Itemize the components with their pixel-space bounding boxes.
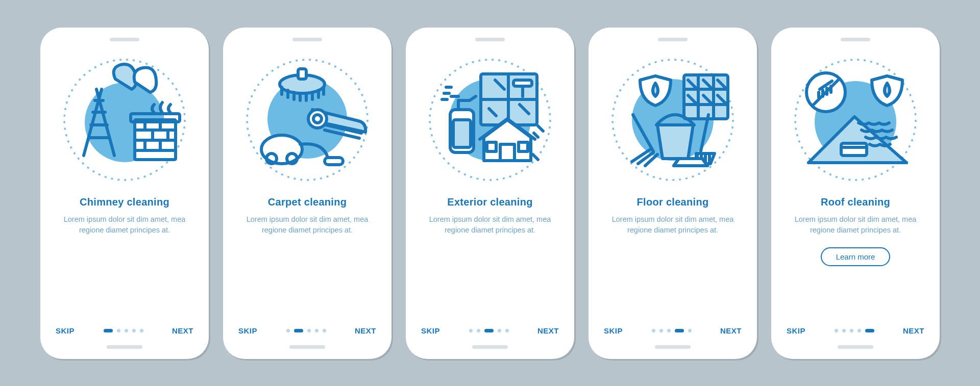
page-dot[interactable] — [850, 329, 853, 332]
page-dots — [835, 329, 874, 332]
next-button[interactable]: NEXT — [172, 326, 193, 335]
page-dot[interactable] — [307, 329, 311, 332]
next-button[interactable]: NEXT — [355, 326, 376, 335]
screen-description: Lorem ipsum dolor sit dim amet, mea regi… — [414, 208, 566, 237]
roof-cleaning-icon — [779, 48, 932, 191]
page-dots — [469, 329, 509, 332]
nav-row: SKIP NEXT — [48, 326, 201, 338]
page-dot[interactable] — [498, 329, 501, 332]
screen-description: Lorem ipsum dolor sit dim amet, mea regi… — [48, 208, 201, 237]
floor-cleaning-icon — [597, 48, 749, 191]
home-indicator — [289, 345, 325, 349]
phone-frame: Roof cleaning Lorem ipsum dolor sit dim … — [771, 28, 940, 359]
page-dot[interactable] — [835, 329, 838, 332]
page-dot[interactable] — [315, 329, 318, 332]
page-dot[interactable] — [286, 329, 290, 332]
speaker-slot — [841, 38, 870, 41]
svg-rect-9 — [298, 69, 306, 79]
page-dot[interactable] — [659, 329, 663, 332]
page-dot[interactable] — [652, 329, 655, 332]
next-button[interactable]: NEXT — [903, 326, 924, 335]
speaker-slot — [292, 38, 322, 41]
home-indicator — [838, 345, 873, 349]
screen-description: Lorem ipsum dolor sit dim amet, mea regi… — [597, 208, 749, 237]
page-dot[interactable] — [294, 329, 303, 332]
page-dots — [104, 329, 143, 332]
phone-frame: Chimney cleaning Lorem ipsum dolor sit d… — [40, 28, 209, 359]
page-dot[interactable] — [477, 329, 480, 332]
home-indicator — [655, 345, 691, 349]
home-indicator — [472, 345, 508, 349]
learn-more-button[interactable]: Learn more — [821, 247, 891, 266]
onboarding-row: Chimney cleaning Lorem ipsum dolor sit d… — [25, 7, 955, 379]
page-dot[interactable] — [125, 329, 128, 332]
next-button[interactable]: NEXT — [537, 326, 559, 335]
page-dot[interactable] — [469, 329, 473, 332]
skip-button[interactable]: SKIP — [604, 326, 623, 335]
svg-point-10 — [308, 110, 327, 128]
skip-button[interactable]: SKIP — [787, 326, 805, 335]
page-dot[interactable] — [104, 329, 113, 332]
screen-description: Lorem ipsum dolor sit dim amet, mea regi… — [231, 208, 383, 237]
page-dot[interactable] — [323, 329, 326, 332]
page-dot[interactable] — [675, 329, 684, 332]
exterior-cleaning-icon — [414, 48, 566, 191]
nav-row: SKIP NEXT — [597, 326, 749, 338]
skip-button[interactable]: SKIP — [238, 326, 257, 335]
page-dots — [286, 329, 326, 332]
carpet-cleaning-icon — [231, 48, 383, 191]
speaker-slot — [110, 38, 139, 41]
nav-row: SKIP NEXT — [231, 326, 383, 338]
page-dot[interactable] — [117, 329, 120, 332]
page-dot[interactable] — [484, 329, 494, 332]
page-dot[interactable] — [140, 329, 143, 332]
screen-title: Carpet cleaning — [231, 196, 383, 208]
page-dots — [652, 329, 692, 332]
skip-button[interactable]: SKIP — [56, 326, 75, 335]
chimney-cleaning-icon — [48, 48, 201, 191]
speaker-slot — [475, 38, 505, 41]
page-dot[interactable] — [505, 329, 509, 332]
home-indicator — [107, 345, 142, 349]
skip-button[interactable]: SKIP — [421, 326, 440, 335]
phone-frame: Floor cleaning Lorem ipsum dolor sit dim… — [589, 28, 757, 359]
nav-row: SKIP NEXT — [414, 326, 566, 338]
phone-frame: Carpet cleaning Lorem ipsum dolor sit di… — [223, 28, 391, 359]
page-dot[interactable] — [688, 329, 692, 332]
speaker-slot — [658, 38, 688, 41]
page-dot[interactable] — [842, 329, 846, 332]
screen-title: Exterior cleaning — [414, 196, 566, 208]
screen-description: Lorem ipsum dolor sit dim amet, mea regi… — [779, 208, 932, 237]
page-dot[interactable] — [857, 329, 861, 332]
nav-row: SKIP NEXT — [779, 326, 932, 338]
page-dot[interactable] — [132, 329, 136, 332]
screen-title: Floor cleaning — [597, 196, 749, 208]
svg-rect-31 — [841, 143, 867, 156]
page-dot[interactable] — [667, 329, 671, 332]
svg-rect-15 — [325, 158, 343, 165]
phone-frame: Exterior cleaning Lorem ipsum dolor sit … — [406, 28, 574, 359]
page-dot[interactable] — [865, 329, 874, 332]
screen-title: Roof cleaning — [779, 196, 932, 208]
next-button[interactable]: NEXT — [720, 326, 742, 335]
screen-title: Chimney cleaning — [48, 196, 201, 208]
svg-rect-21 — [453, 120, 471, 147]
